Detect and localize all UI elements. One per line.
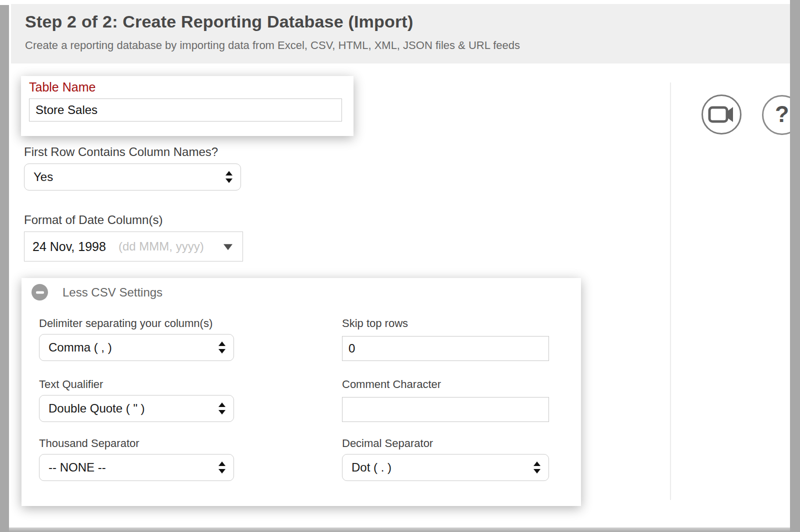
video-camera-icon bbox=[702, 94, 742, 134]
csv-settings-toggle-label: Less CSV Settings bbox=[62, 286, 162, 300]
up-down-arrows-icon bbox=[218, 402, 226, 414]
up-down-arrows-icon bbox=[218, 462, 226, 474]
table-name-label: Table Name bbox=[29, 80, 96, 94]
up-down-arrows-icon bbox=[534, 462, 540, 474]
thousand-separator-selected-value: -- NONE -- bbox=[48, 460, 106, 474]
csv-settings-section: Less CSV Settings Delimiter separating y… bbox=[22, 278, 581, 506]
question-mark-icon: ? bbox=[775, 100, 789, 128]
thousand-separator-label: Thousand Separator bbox=[39, 437, 140, 450]
thousand-separator-select[interactable]: -- NONE -- bbox=[39, 454, 234, 481]
wizard-header: Step 2 of 2: Create Reporting Database (… bbox=[11, 4, 790, 64]
decimal-separator-select[interactable]: Dot ( . ) bbox=[342, 454, 549, 481]
caret-down-icon bbox=[224, 244, 232, 250]
delimiter-label: Delimiter separating your column(s) bbox=[39, 317, 212, 330]
table-name-input[interactable] bbox=[29, 98, 342, 122]
date-format-label: Format of Date Column(s) bbox=[24, 213, 162, 227]
first-row-label: First Row Contains Column Names? bbox=[24, 145, 218, 159]
date-format-dropdown[interactable]: 24 Nov, 1998 (dd MMM, yyyy) bbox=[24, 232, 243, 262]
comment-character-label: Comment Character bbox=[342, 378, 441, 391]
first-row-select[interactable]: Yes bbox=[24, 164, 241, 190]
delimiter-select[interactable]: Comma ( , ) bbox=[39, 334, 234, 361]
window-frame-right bbox=[790, 0, 800, 532]
date-format-value: 24 Nov, 1998 bbox=[32, 240, 106, 254]
skip-top-rows-label: Skip top rows bbox=[342, 317, 408, 330]
text-qualifier-selected-value: Double Quote ( " ) bbox=[48, 402, 145, 416]
page-subtitle: Create a reporting database by importing… bbox=[25, 39, 520, 52]
help-video-button[interactable] bbox=[702, 94, 742, 134]
skip-top-rows-input[interactable] bbox=[342, 336, 549, 361]
window-frame-bottom bbox=[9, 528, 800, 532]
up-down-arrows-icon bbox=[218, 342, 226, 354]
decimal-separator-selected-value: Dot ( . ) bbox=[352, 460, 392, 474]
date-format-pattern-hint: (dd MMM, yyyy) bbox=[118, 240, 204, 254]
minus-circle-icon bbox=[32, 284, 48, 300]
comment-character-input[interactable] bbox=[342, 397, 549, 422]
up-down-arrows-icon bbox=[226, 171, 232, 183]
page-title: Step 2 of 2: Create Reporting Database (… bbox=[25, 12, 413, 32]
first-row-selected-value: Yes bbox=[34, 170, 53, 184]
table-name-section: Table Name bbox=[21, 76, 354, 136]
text-qualifier-select[interactable]: Double Quote ( " ) bbox=[39, 395, 234, 422]
decimal-separator-label: Decimal Separator bbox=[342, 437, 433, 450]
vertical-divider bbox=[670, 82, 671, 500]
window-frame-left bbox=[0, 5, 9, 532]
delimiter-selected-value: Comma ( , ) bbox=[48, 340, 112, 354]
text-qualifier-label: Text Qualifier bbox=[39, 378, 103, 391]
